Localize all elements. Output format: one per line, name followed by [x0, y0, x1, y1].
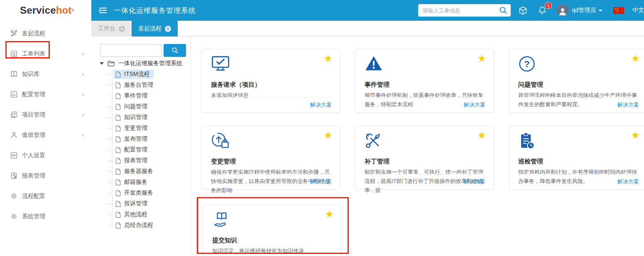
sidebar-item-label: 报表管理	[22, 172, 45, 180]
sidebar-item-config-management[interactable]: 配置管理 ‹	[0, 84, 91, 105]
card-divider	[517, 174, 639, 174]
ticket-list-icon	[10, 50, 17, 57]
avatar[interactable]	[557, 5, 568, 16]
sidebar-item-label: 值班管理	[22, 132, 45, 139]
tab-close-icon[interactable]: ✕	[119, 26, 125, 32]
search-input[interactable]	[422, 7, 497, 14]
top-header: 一体化运维服务管理系统 5 qd管理员 中文	[91, 0, 644, 21]
bell-icon[interactable]: 5	[538, 6, 547, 15]
sidebar-item-label: 流程配置	[22, 193, 45, 200]
sidebar-item-project-management[interactable]: 项目管理 ‹	[0, 105, 91, 125]
card-inspection-management[interactable]: ★ 巡检管理 指定巡检内容和计划，在有序规则的时间内处理待办事务，降低事件发生风…	[509, 126, 644, 190]
file-pen-icon	[10, 172, 17, 179]
solution-link[interactable]: 解决方案	[464, 101, 485, 109]
favorite-star-icon[interactable]: ★	[477, 53, 486, 64]
solution-link[interactable]: 解决方案	[310, 101, 332, 109]
gear-icon	[10, 213, 17, 220]
card-divider	[364, 97, 485, 98]
favorite-star-icon[interactable]: ★	[477, 129, 486, 141]
username-menu[interactable]: qd管理员	[572, 7, 602, 14]
sidebar: Servicehot® 工作台 发起流程 工单列表 ‹	[0, 0, 91, 256]
favorite-star-icon[interactable]: ★	[323, 129, 333, 141]
favorite-star-icon[interactable]: ★	[631, 53, 640, 64]
book-hand-icon	[212, 211, 231, 228]
card-patch-management[interactable]: ★ 补丁管理 制定和实施一个可重复、可执行、统一的补丁管理流程，提高IT部门进行…	[355, 126, 494, 190]
sidebar-item-initiate-process[interactable]: 发起流程	[0, 23, 91, 44]
brand-hot-text: hot	[56, 5, 71, 16]
card-incident-management[interactable]: ★ 事件管理 规范事件处理机制，提高事件处理效率，尽快恢复服务，特制定本流程 解…	[355, 49, 494, 113]
card-divider	[517, 97, 639, 98]
solution-link[interactable]: 解决方案	[617, 178, 639, 185]
solution-link[interactable]: 解决方案	[310, 178, 332, 185]
monitor-check-icon	[211, 55, 230, 73]
sidebar-item-label: 配置管理	[22, 91, 45, 98]
solution-link[interactable]: 解决方案	[464, 178, 485, 185]
sidebar-item-label: 系统管理	[22, 213, 45, 220]
question-circle-icon: ?	[518, 55, 536, 73]
tab-initiate-process[interactable]: 发起流程 ✕	[132, 21, 178, 37]
chevron-down-icon	[598, 10, 602, 12]
bar-chart-icon	[10, 91, 17, 98]
sidebar-item-personal-settings[interactable]: 个人设置	[0, 145, 91, 166]
warning-triangle-icon	[365, 55, 383, 72]
tab-close-icon[interactable]: ✕	[165, 26, 171, 32]
flow-network-icon	[10, 30, 17, 37]
app-window: Servicehot® 工作台 发起流程 工单列表 ‹	[0, 0, 644, 256]
card-title: 巡检管理	[518, 158, 543, 166]
notification-badge: 5	[545, 2, 552, 9]
sidebar-item-label: 发起流程	[22, 30, 45, 37]
sidebar-item-label: 个人设置	[22, 152, 45, 159]
activity-icon	[10, 152, 17, 159]
solution-link[interactable]: 解决方案	[617, 101, 639, 109]
sidebar-menu: 发起流程 工单列表 ‹ 知识库 ‹ 配置管理	[0, 23, 91, 227]
card-submit-knowledge[interactable]: ★ 提交知识 知识沉淀，将运维经验转化为知识传递	[203, 205, 342, 256]
card-title: 事件管理	[365, 81, 389, 89]
page-title: 一体化运维服务管理系统	[114, 6, 196, 15]
sidebar-item-system-management[interactable]: 系统管理	[0, 206, 91, 227]
chevron-left-icon: ‹	[82, 132, 84, 138]
process-card-grid: ★ 服务请求（项目） 未添加描述信息 解决方案 ★ 事件管理 规范事件处理机制，…	[91, 37, 644, 256]
china-flag-icon[interactable]	[613, 7, 624, 14]
username-label: qd管理员	[572, 7, 596, 13]
card-title: 问题管理	[518, 81, 543, 89]
favorite-star-icon[interactable]: ★	[631, 129, 640, 141]
favorite-star-icon[interactable]: ★	[325, 208, 334, 220]
clipboard-clock-icon	[518, 132, 536, 150]
card-change-management[interactable]: ★ 变更管理 确保在变更实施过程中使用标准的方法和步骤，尽快地实施变更，以将由变…	[201, 126, 340, 190]
tab-bar: 工作台 ✕ 发起流程 ✕	[91, 21, 644, 37]
sidebar-item-label: 项目管理	[22, 111, 45, 119]
sidebar-item-label: 工单列表	[22, 50, 45, 58]
sidebar-item-process-config[interactable]: 流程配置	[0, 186, 91, 206]
tab-workbench[interactable]: 工作台 ✕	[91, 21, 132, 37]
card-service-request[interactable]: ★ 服务请求（项目） 未添加描述信息 解决方案	[201, 49, 340, 113]
card-divider	[210, 97, 332, 98]
change-upload-icon	[211, 132, 230, 150]
chevron-left-icon: ‹	[82, 91, 84, 98]
card-description: 未添加描述信息	[211, 91, 333, 100]
sidebar-item-duty-management[interactable]: 值班管理 ‹	[0, 125, 91, 145]
book-icon	[10, 71, 17, 78]
tab-label: 工作台	[98, 25, 115, 32]
chevron-left-icon: ‹	[82, 51, 84, 57]
stacked-docs-icon	[10, 111, 17, 118]
card-divider	[364, 174, 485, 174]
brand-registered-mark: ®	[71, 8, 74, 12]
tools-icon	[365, 132, 383, 150]
sidebar-item-label: 知识库	[22, 71, 39, 78]
cube-icon[interactable]	[518, 6, 528, 15]
search-icon[interactable]	[499, 6, 507, 15]
collapse-menu-icon[interactable]	[99, 7, 107, 14]
chevron-left-icon: ‹	[82, 112, 84, 118]
brand-service-text: Service	[20, 5, 56, 16]
card-title: 提交知识	[212, 236, 237, 244]
person-icon	[10, 132, 17, 139]
sidebar-item-ticket-list[interactable]: 工单列表 ‹	[0, 44, 91, 64]
card-problem-management[interactable]: ? ★ 问题管理 题管理流程的根本目的是消除或减少生产环境中事件发生的数量和严重…	[509, 49, 644, 113]
favorite-star-icon[interactable]: ★	[323, 53, 333, 64]
card-divider	[210, 174, 332, 174]
language-switcher[interactable]: 中文	[632, 7, 644, 14]
card-title: 补丁管理	[365, 158, 389, 166]
sidebar-item-knowledge-base[interactable]: 知识库 ‹	[0, 64, 91, 84]
sidebar-item-report-management[interactable]: 报表管理	[0, 166, 91, 186]
card-title: 服务请求（项目）	[211, 81, 261, 89]
